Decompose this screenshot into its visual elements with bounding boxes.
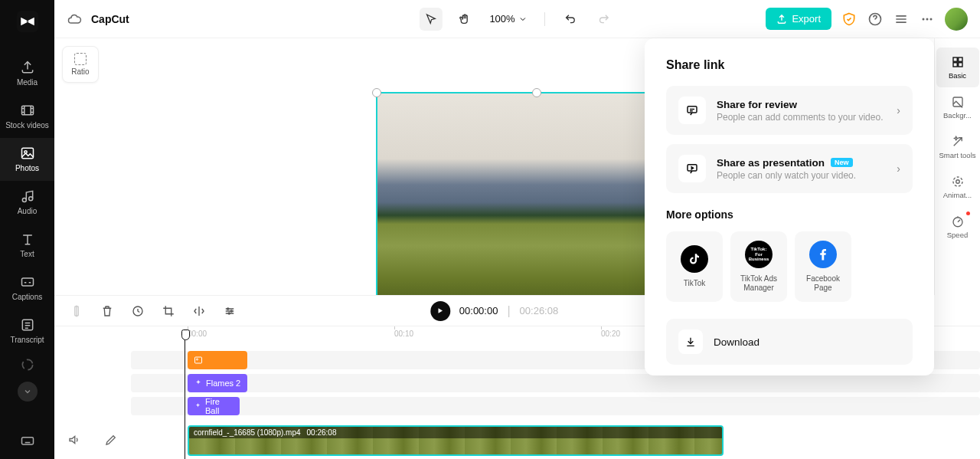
- sidebar-item-photos[interactable]: Photos: [0, 138, 54, 181]
- svg-point-5: [28, 197, 32, 201]
- expand-button[interactable]: [18, 382, 38, 402]
- motion-icon: [951, 175, 965, 189]
- cloud-icon[interactable]: [67, 11, 82, 27]
- notification-dot: [966, 211, 970, 215]
- sparkle-icon: [194, 402, 202, 411]
- play-button[interactable]: [430, 301, 450, 321]
- sidebar-label: Photos: [15, 164, 39, 173]
- video-track[interactable]: cornfield_-_16685 (1080p).mp4 00:26:08: [131, 425, 980, 456]
- shield-icon[interactable]: [841, 11, 858, 28]
- redo-button[interactable]: [593, 8, 616, 31]
- share-presentation-button[interactable]: Share as presentationNew People can only…: [666, 144, 913, 193]
- ratio-label: Ratio: [71, 67, 89, 76]
- tick: 00:20: [601, 329, 620, 338]
- reverse-button[interactable]: [131, 304, 145, 318]
- zoom-level[interactable]: 100%: [489, 13, 527, 25]
- hand-tool[interactable]: [452, 8, 475, 31]
- mute-button[interactable]: [67, 433, 81, 447]
- sidebar-item-audio[interactable]: Audio: [0, 181, 54, 224]
- sparkle-icon: [951, 135, 965, 149]
- sidebar-item-stock[interactable]: Stock videos: [0, 95, 54, 138]
- tab-label: Speed: [947, 231, 968, 239]
- pointer-tool[interactable]: [419, 8, 442, 31]
- properties-bar: Basic Backgr... Smart tools Animat... Sp…: [934, 38, 980, 295]
- share-title: Share link: [666, 58, 913, 72]
- svg-point-12: [926, 18, 929, 20]
- image-clip[interactable]: [188, 351, 247, 369]
- tiktok-ads-icon: TikTok:For Business: [745, 241, 773, 268]
- social-label: TikTok Ads Manager: [733, 274, 784, 293]
- sidebar-item-more[interactable]: [0, 352, 54, 380]
- image-icon: [194, 356, 203, 365]
- total-duration: 00:26:08: [520, 305, 559, 316]
- sidebar-item-captions[interactable]: Captions: [0, 267, 54, 310]
- sidebar-item-media[interactable]: Media: [0, 52, 54, 95]
- timeline-side: [54, 326, 131, 459]
- keyboard-icon[interactable]: [20, 433, 35, 448]
- tab-basic[interactable]: Basic: [936, 48, 979, 87]
- download-button[interactable]: Download: [666, 319, 913, 365]
- svg-rect-15: [958, 57, 962, 61]
- svg-point-24: [227, 307, 229, 309]
- tiktok-icon: [681, 245, 708, 273]
- sidebar-label: Audio: [18, 207, 38, 216]
- effect-clip[interactable]: Flames 2: [188, 374, 247, 392]
- card-subtitle: People can only watch your video.: [717, 170, 886, 181]
- social-label: TikTok: [684, 279, 706, 288]
- resize-handle[interactable]: [372, 88, 381, 97]
- sidebar-item-transcript[interactable]: Transcript: [0, 310, 54, 352]
- share-review-button[interactable]: Share for review People can add comments…: [666, 86, 913, 135]
- playhead[interactable]: [185, 329, 185, 459]
- video-clip[interactable]: cornfield_-_16685 (1080p).mp4 00:26:08: [188, 425, 724, 456]
- svg-point-11: [923, 18, 925, 20]
- project-title[interactable]: CapCut: [91, 13, 129, 25]
- app-logo[interactable]: [15, 9, 40, 34]
- tab-smart-tools[interactable]: Smart tools: [936, 127, 979, 167]
- split-button[interactable]: [70, 304, 83, 318]
- layers-icon[interactable]: [893, 11, 910, 28]
- tab-speed[interactable]: Speed: [936, 207, 979, 247]
- help-icon[interactable]: [867, 11, 884, 28]
- svg-rect-18: [953, 97, 962, 107]
- film-icon: [20, 103, 35, 118]
- share-tiktok-ads[interactable]: TikTok:For Business TikTok Ads Manager: [730, 231, 787, 302]
- social-row: TikTok TikTok:For Business TikTok Ads Ma…: [666, 231, 913, 302]
- adjust-button[interactable]: [223, 304, 237, 318]
- svg-rect-28: [195, 357, 202, 363]
- tab-label: Backgr...: [943, 111, 972, 120]
- new-badge: New: [831, 158, 853, 167]
- edit-track-button[interactable]: [104, 433, 118, 447]
- svg-point-26: [228, 312, 230, 313]
- speed-icon: [951, 215, 965, 228]
- sidebar-item-text[interactable]: Text: [0, 224, 54, 267]
- more-icon[interactable]: [919, 11, 936, 28]
- mirror-button[interactable]: [192, 304, 206, 318]
- facebook-icon: [809, 241, 837, 268]
- svg-rect-2: [21, 148, 33, 158]
- svg-point-29: [197, 359, 198, 360]
- tab-label: Animat...: [943, 191, 972, 199]
- svg-rect-17: [958, 63, 962, 67]
- ratio-button[interactable]: Ratio: [62, 46, 99, 83]
- track-row[interactable]: Fire Ball: [131, 397, 980, 415]
- user-avatar[interactable]: [945, 8, 968, 31]
- clip-label: Fire Ball: [205, 397, 234, 415]
- tab-background[interactable]: Backgr...: [936, 87, 979, 127]
- effect-clip[interactable]: Fire Ball: [188, 397, 240, 415]
- sparkle-icon: [194, 379, 203, 388]
- share-tiktok[interactable]: TikTok: [666, 231, 723, 302]
- resize-handle[interactable]: [532, 88, 541, 97]
- music-icon: [20, 189, 35, 204]
- delete-button[interactable]: [100, 304, 114, 318]
- tab-animation[interactable]: Animat...: [936, 167, 979, 207]
- undo-button[interactable]: [559, 8, 582, 31]
- presentation-icon: [678, 155, 706, 182]
- canvas-controls: 100%: [419, 8, 615, 31]
- export-button[interactable]: Export: [766, 8, 831, 30]
- crop-button[interactable]: [162, 304, 175, 318]
- share-facebook[interactable]: Facebook Page: [795, 231, 851, 302]
- track-row[interactable]: Flames 2: [131, 374, 980, 392]
- card-subtitle: People can add comments to your video.: [717, 112, 886, 123]
- tab-label: Smart tools: [939, 151, 975, 159]
- card-title: Share for review: [717, 99, 886, 110]
